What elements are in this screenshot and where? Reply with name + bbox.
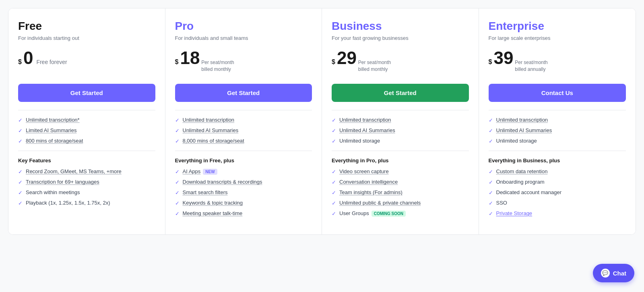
list-item: ✓Unlimited transcription* — [18, 117, 155, 123]
feature-text: Unlimited transcription* — [26, 117, 80, 123]
check-icon: ✓ — [489, 169, 493, 175]
check-icon: ✓ — [175, 169, 180, 175]
feature-text: Dedicated account manager — [496, 189, 562, 195]
check-icon: ✓ — [332, 138, 336, 144]
price-section-pro: $18Per seat/month billed monthly — [175, 49, 312, 77]
price-amount-business: 29 — [337, 49, 357, 67]
feature-text: 800 mins of storage/seat — [26, 138, 83, 144]
plan-name-free: Free — [18, 20, 155, 33]
feature-text: Transcription for 69+ languages — [26, 179, 99, 185]
list-item: ✓8,000 mins of storage/seat — [175, 138, 312, 144]
plan-card-enterprise: EnterpriseFor large scale enterprises$39… — [479, 8, 636, 234]
features-business: ✓Video screen capture✓Conversation intel… — [332, 168, 469, 217]
chat-icon: 💬 — [601, 269, 610, 278]
check-icon: ✓ — [489, 138, 493, 144]
feature-text: Team insights (For admins) — [339, 189, 402, 195]
list-item: ✓Unlimited storage — [332, 138, 469, 144]
feature-text: Onboarding program — [496, 179, 545, 185]
check-icon: ✓ — [18, 200, 23, 206]
list-item: ✓Smart search filters — [175, 189, 312, 196]
plan-desc-enterprise: For large scale enterprises — [489, 35, 626, 41]
feature-text: Private Storage — [496, 210, 533, 216]
highlights-free: ✓Unlimited transcription*✓Limited AI Sum… — [18, 117, 155, 144]
cta-button-business[interactable]: Get Started — [332, 84, 469, 102]
feature-text: Unlimited storage — [496, 138, 537, 144]
feature-text: Unlimited transcription — [183, 117, 235, 123]
list-item: ✓Record Zoom, GMeet, MS Teams, +more — [18, 168, 155, 175]
price-dollar-pro: $ — [175, 58, 179, 66]
check-icon: ✓ — [489, 190, 493, 196]
plan-card-free: FreeFor individuals starting out$0Free f… — [8, 8, 165, 234]
price-detail-business: Per seat/month billed monthly — [358, 59, 394, 73]
cta-button-enterprise[interactable]: Contact Us — [489, 84, 626, 102]
feature-text: Search within meetings — [26, 189, 80, 195]
check-icon: ✓ — [489, 179, 493, 185]
price-detail-enterprise: Per seat/month billed annually — [515, 59, 551, 73]
features-pro: ✓AI AppsNEW✓Download transcripts & recor… — [175, 168, 312, 217]
cta-button-free[interactable]: Get Started — [18, 84, 155, 102]
section-heading-business: Everything in Pro, plus — [332, 157, 469, 164]
list-item: ✓Unlimited transcription — [489, 117, 626, 123]
list-item: ✓Team insights (For admins) — [332, 189, 469, 196]
check-icon: ✓ — [332, 179, 336, 185]
badge-coming-soon: COMING SOON — [372, 211, 406, 217]
list-item: ✓800 mins of storage/seat — [18, 138, 155, 144]
feature-text: Unlimited transcription — [339, 117, 391, 123]
price-row-pro: $18Per seat/month billed monthly — [175, 49, 312, 73]
check-icon: ✓ — [175, 211, 180, 217]
check-icon: ✓ — [332, 211, 336, 217]
feature-text: Download transcripts & recordings — [183, 179, 262, 185]
plan-desc-business: For your fast growing businesses — [332, 35, 469, 41]
list-item: ✓Limited AI Summaries — [18, 127, 155, 134]
plan-name-pro: Pro — [175, 20, 312, 33]
list-item: ✓Private Storage — [489, 210, 626, 217]
check-icon: ✓ — [332, 190, 336, 196]
check-icon: ✓ — [332, 169, 336, 175]
badge-new: NEW — [203, 169, 217, 175]
check-icon: ✓ — [18, 169, 23, 175]
feature-text: Keywords & topic tracking — [183, 200, 243, 206]
feature-text: Unlimited AI Summaries — [183, 127, 239, 133]
section-heading-enterprise: Everything in Business, plus — [489, 157, 626, 164]
price-row-enterprise: $39Per seat/month billed annually — [489, 49, 626, 73]
list-item: ✓SSO — [489, 200, 626, 206]
list-item: ✓Custom data retention — [489, 168, 626, 175]
feature-text: Unlimited storage — [339, 138, 380, 144]
check-icon: ✓ — [18, 138, 23, 144]
feature-text: Custom data retention — [496, 168, 548, 174]
check-icon: ✓ — [489, 211, 493, 217]
list-item: ✓Keywords & topic tracking — [175, 200, 312, 206]
feature-text: Unlimited AI Summaries — [496, 127, 552, 133]
plan-card-business: BusinessFor your fast growing businesses… — [322, 8, 479, 234]
list-item: ✓Unlimited AI Summaries — [332, 127, 469, 134]
feature-text: Conversation intelligence — [339, 179, 398, 185]
feature-text: Unlimited public & private channels — [339, 200, 421, 206]
list-item: ✓Conversation intelligence — [332, 179, 469, 185]
feature-text: AI Apps — [183, 168, 201, 174]
cta-button-pro[interactable]: Get Started — [175, 84, 312, 102]
feature-text: Limited AI Summaries — [26, 127, 76, 133]
check-icon: ✓ — [18, 128, 23, 134]
check-icon: ✓ — [175, 179, 180, 185]
price-row-free: $0Free forever — [18, 49, 155, 67]
feature-text: 8,000 mins of storage/seat — [183, 138, 244, 144]
highlights-enterprise: ✓Unlimited transcription✓Unlimited AI Su… — [489, 117, 626, 144]
check-icon: ✓ — [175, 128, 180, 134]
check-icon: ✓ — [175, 200, 180, 206]
list-item: ✓Unlimited AI Summaries — [489, 127, 626, 134]
list-item: ✓Playback (1x, 1.25x, 1.5x, 1.75x, 2x) — [18, 200, 155, 206]
price-section-free: $0Free forever — [18, 49, 155, 77]
list-item: ✓Meeting speaker talk-time — [175, 210, 312, 217]
check-icon: ✓ — [489, 200, 493, 206]
price-dollar-free: $ — [18, 58, 22, 66]
check-icon: ✓ — [489, 117, 493, 123]
plan-desc-pro: For individuals and small teams — [175, 35, 312, 41]
feature-text: Unlimited AI Summaries — [339, 127, 395, 133]
check-icon: ✓ — [18, 117, 23, 123]
chat-button[interactable]: 💬 Chat — [593, 264, 634, 282]
list-item: ✓Download transcripts & recordings — [175, 179, 312, 185]
list-item: ✓Transcription for 69+ languages — [18, 179, 155, 185]
highlights-business: ✓Unlimited transcription✓Unlimited AI Su… — [332, 117, 469, 144]
check-icon: ✓ — [175, 117, 180, 123]
check-icon: ✓ — [489, 128, 493, 134]
